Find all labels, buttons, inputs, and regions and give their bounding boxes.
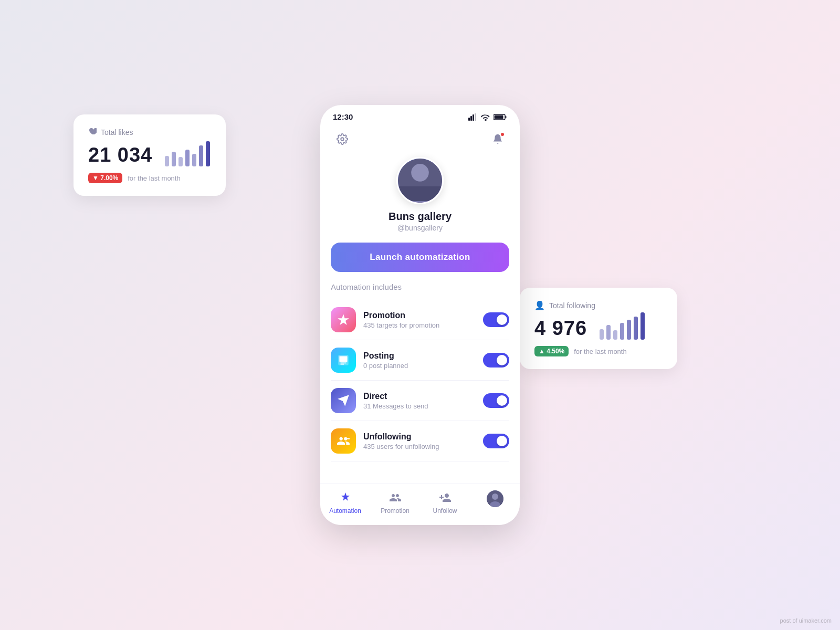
automation-nav-icon (338, 490, 353, 505)
profile-handle: @bunsgallery (397, 224, 443, 232)
svg-rect-1 (470, 116, 472, 121)
launch-button[interactable]: Launch automatization (331, 243, 509, 272)
status-bar: 12:30 (320, 105, 520, 125)
nav-unfollow[interactable]: Unfollow (420, 490, 470, 514)
following-card-header: 👤 Total following (534, 300, 663, 310)
bar (627, 320, 631, 340)
bar (640, 312, 645, 340)
promotion-subtitle: 435 targets for promotion (363, 321, 476, 329)
following-label: Total following (549, 301, 595, 310)
status-icons (468, 113, 507, 121)
svg-point-9 (411, 164, 429, 182)
bottom-nav: Automation Promotion Unfollow (320, 484, 520, 525)
following-badge: ▲ 4.50% (534, 346, 569, 356)
direct-icon (331, 388, 356, 413)
watermark: post of uimaker.com (780, 617, 832, 624)
svg-point-16 (492, 494, 498, 500)
unfollowing-title: Unfollowing (363, 432, 476, 442)
posting-toggle[interactable] (483, 353, 509, 368)
bar (185, 150, 190, 166)
direct-subtitle: 31 Messages to send (363, 402, 476, 410)
promotion-text: Promotion 435 targets for promotion (363, 311, 476, 329)
bar (606, 325, 611, 340)
svg-rect-2 (472, 114, 474, 121)
bar (613, 330, 617, 340)
phone-container: 12:30 (320, 105, 520, 525)
automation-item-promotion: Promotion 435 targets for promotion (331, 300, 509, 340)
battery-icon (494, 113, 507, 121)
following-chart (600, 314, 645, 340)
likes-badge: ▼ 7.00% (88, 173, 122, 183)
bar (192, 154, 196, 166)
bar (165, 156, 169, 166)
nav-profile[interactable] (470, 490, 520, 514)
svg-point-7 (341, 138, 344, 141)
following-footer: ▲ 4.50% for the last month (534, 346, 663, 356)
following-value: 4 976 (534, 314, 663, 340)
unfollowing-subtitle: 435 users for unfollowing (363, 443, 476, 450)
posting-text: Posting 0 post planned (363, 351, 476, 370)
bar (206, 141, 210, 166)
nav-automation[interactable]: Automation (320, 490, 370, 514)
notification-button[interactable] (488, 130, 507, 149)
phone-content: Launch automatization Automation include… (320, 243, 520, 484)
bar (620, 323, 624, 340)
following-card: 👤 Total following 4 976 ▲ 4.50% for the … (520, 288, 677, 369)
nav-unfollow-label: Unfollow (433, 507, 457, 514)
promotion-nav-icon (388, 490, 403, 505)
likes-footer-text: for the last month (128, 174, 180, 182)
heart-icon (88, 127, 97, 137)
time-display: 12:30 (333, 112, 353, 121)
bar (634, 317, 638, 340)
following-footer-text: for the last month (574, 348, 626, 355)
person-icon: 👤 (534, 300, 545, 310)
promotion-icon (331, 307, 356, 332)
profile-section: Buns gallery @bunsgallery (320, 157, 520, 243)
unfollowing-toggle[interactable] (483, 434, 509, 448)
avatar (396, 157, 444, 204)
posting-icon (331, 348, 356, 373)
svg-rect-13 (339, 356, 347, 362)
svg-rect-0 (468, 118, 470, 121)
svg-rect-11 (398, 186, 442, 201)
unfollow-nav-icon (438, 490, 453, 505)
bar (199, 145, 203, 166)
nav-promotion[interactable]: Promotion (370, 490, 420, 514)
likes-label: Total likes (101, 128, 133, 136)
posting-subtitle: 0 post planned (363, 362, 476, 370)
likes-card: Total likes 21 034 ▼ 7.00% for the last … (74, 114, 226, 196)
direct-title: Direct (363, 392, 476, 401)
phone-header (320, 125, 520, 157)
nav-promotion-label: Promotion (381, 507, 410, 514)
direct-toggle[interactable] (483, 393, 509, 408)
promotion-toggle[interactable] (483, 312, 509, 327)
automation-item-unfollowing: Unfollowing 435 users for unfollowing (331, 421, 509, 461)
likes-footer: ▼ 7.00% for the last month (88, 173, 211, 183)
settings-button[interactable] (333, 130, 352, 149)
nav-avatar (487, 490, 503, 507)
notification-dot (500, 132, 505, 137)
avatar-image (398, 159, 442, 203)
svg-rect-3 (475, 113, 476, 121)
likes-chart (165, 141, 210, 166)
promotion-title: Promotion (363, 311, 476, 320)
automation-item-posting: Posting 0 post planned (331, 340, 509, 381)
svg-rect-6 (506, 116, 507, 118)
unfollowing-text: Unfollowing 435 users for unfollowing (363, 432, 476, 450)
profile-name: Buns gallery (388, 211, 452, 223)
signal-icon (468, 113, 478, 121)
automation-item-direct: Direct 31 Messages to send (331, 381, 509, 421)
bar (178, 157, 183, 166)
likes-value: 21 034 (88, 141, 211, 166)
bar (172, 152, 176, 166)
svg-rect-5 (495, 115, 503, 119)
posting-title: Posting (363, 351, 476, 361)
wifi-icon (481, 113, 490, 121)
unfollowing-icon (331, 428, 356, 454)
direct-text: Direct 31 Messages to send (363, 392, 476, 410)
bar (600, 329, 604, 340)
likes-card-header: Total likes (88, 127, 211, 137)
nav-automation-label: Automation (329, 507, 361, 514)
automation-label: Automation includes (331, 282, 509, 291)
